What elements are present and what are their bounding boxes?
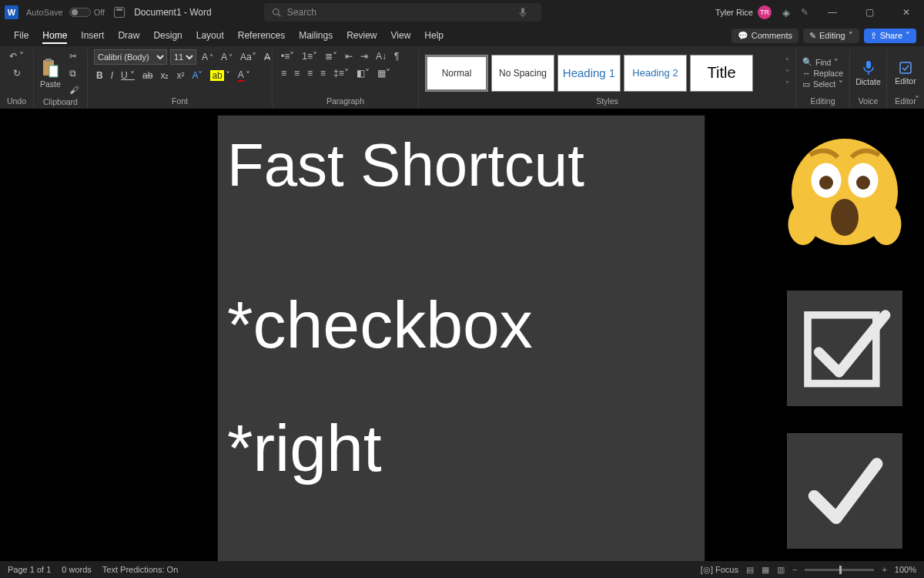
editor-button[interactable]: Editor bbox=[895, 61, 916, 86]
replace-button[interactable]: ↔ Replace bbox=[802, 69, 843, 78]
status-words[interactable]: 0 words bbox=[62, 565, 92, 574]
zoom-in-button[interactable]: + bbox=[882, 565, 886, 574]
group-clipboard-label: Clipboard bbox=[40, 97, 81, 108]
svg-rect-9 bbox=[900, 62, 911, 73]
styles-up-icon[interactable]: ˄ bbox=[785, 57, 789, 66]
zoom-level[interactable]: 100% bbox=[895, 565, 916, 574]
superscript-button[interactable]: x² bbox=[174, 69, 186, 82]
style-heading2[interactable]: Heading 2 bbox=[624, 55, 687, 92]
autosave-toggle[interactable]: Off bbox=[66, 8, 105, 17]
comments-button[interactable]: 💬 Comments bbox=[732, 29, 798, 43]
increase-indent-button[interactable]: ⇥ bbox=[358, 49, 370, 63]
highlight-button[interactable]: ab˅ bbox=[208, 69, 232, 82]
style-title[interactable]: Title bbox=[690, 55, 753, 92]
autosave-label: AutoSave bbox=[26, 8, 63, 17]
diamond-icon[interactable]: ◈ bbox=[782, 7, 790, 18]
scream-emoji-icon bbox=[787, 134, 902, 250]
svg-rect-2 bbox=[521, 8, 524, 14]
page[interactable]: Fast Shortcut *checkbox *right bbox=[218, 116, 705, 563]
menu-review[interactable]: Review bbox=[346, 27, 377, 44]
font-size-select[interactable]: 11 bbox=[170, 49, 196, 65]
doc-line-3: *right bbox=[227, 413, 695, 482]
editing-mode-button[interactable]: ✎ Editing ˅ bbox=[803, 29, 859, 43]
minimize-button[interactable]: — bbox=[819, 7, 845, 18]
svg-point-15 bbox=[831, 199, 859, 236]
multilevel-button[interactable]: ≣˅ bbox=[323, 49, 340, 63]
justify-button[interactable]: ≡ bbox=[318, 66, 328, 80]
font-color-button[interactable]: A˅ bbox=[236, 68, 253, 83]
menu-home[interactable]: Home bbox=[42, 27, 67, 44]
ribbon: ↶ ˅ ↻ Undo Paste ✂ ⧉ 🖌 Clipboard Calibri… bbox=[0, 46, 924, 109]
share-button[interactable]: ⇪ Share ˅ bbox=[864, 29, 916, 43]
group-undo-label: Undo bbox=[6, 96, 27, 107]
menu-help[interactable]: Help bbox=[424, 27, 444, 44]
find-button[interactable]: 🔍 Find ˅ bbox=[802, 57, 843, 67]
font-name-select[interactable]: Calibri (Body) bbox=[94, 49, 167, 65]
borders-button[interactable]: ▦˅ bbox=[375, 66, 393, 80]
strike-button[interactable]: ab bbox=[140, 69, 155, 82]
menu-mailings[interactable]: Mailings bbox=[299, 27, 333, 44]
grow-font-button[interactable]: A˄ bbox=[199, 50, 216, 64]
menu-view[interactable]: View bbox=[391, 27, 411, 44]
italic-button[interactable]: I bbox=[109, 69, 116, 82]
paste-button[interactable]: Paste bbox=[40, 58, 61, 89]
align-right-button[interactable]: ≡ bbox=[305, 66, 315, 80]
style-heading1[interactable]: Heading 1 bbox=[557, 55, 621, 92]
copy-button[interactable]: ⧉ bbox=[67, 66, 79, 80]
close-button[interactable]: ✕ bbox=[893, 7, 919, 18]
style-no-spacing[interactable]: No Spacing bbox=[491, 55, 554, 92]
cut-button[interactable]: ✂ bbox=[67, 49, 79, 63]
change-case-button[interactable]: Aa˅ bbox=[238, 50, 259, 64]
numbering-button[interactable]: 1≡˅ bbox=[300, 49, 320, 63]
sort-button[interactable]: A↓ bbox=[373, 49, 389, 63]
svg-point-13 bbox=[819, 176, 833, 190]
styles-more-icon[interactable]: ˅ bbox=[785, 80, 789, 89]
redo-button[interactable]: ↻ bbox=[11, 66, 23, 80]
undo-button[interactable]: ↶ ˅ bbox=[7, 49, 26, 63]
status-page[interactable]: Page 1 of 1 bbox=[8, 565, 51, 574]
read-mode-icon[interactable]: ▦ bbox=[762, 565, 769, 575]
menu-layout[interactable]: Layout bbox=[196, 27, 224, 44]
styles-down-icon[interactable]: ˅ bbox=[785, 69, 789, 77]
style-normal[interactable]: Normal bbox=[425, 55, 488, 92]
document-canvas[interactable]: Fast Shortcut *checkbox *right bbox=[0, 109, 924, 561]
subscript-button[interactable]: x₂ bbox=[158, 69, 171, 82]
account-button[interactable]: Tyler Rice TR bbox=[715, 5, 772, 19]
search-input[interactable]: Search bbox=[264, 3, 541, 22]
zoom-slider[interactable] bbox=[805, 569, 874, 571]
save-icon[interactable] bbox=[114, 7, 125, 18]
align-center-button[interactable]: ≡ bbox=[292, 66, 302, 80]
menu-draw[interactable]: Draw bbox=[118, 27, 139, 44]
menu-insert[interactable]: Insert bbox=[81, 27, 104, 44]
web-layout-icon[interactable]: ▥ bbox=[777, 565, 785, 575]
status-predictions[interactable]: Text Predictions: On bbox=[102, 565, 178, 574]
focus-mode-button[interactable]: [◎] Focus bbox=[701, 565, 738, 575]
checkmark-tile-icon bbox=[787, 433, 902, 549]
text-effects-button[interactable]: A˅ bbox=[189, 69, 205, 82]
print-layout-icon[interactable]: ▤ bbox=[746, 565, 754, 575]
dictate-button[interactable]: Dictate bbox=[855, 60, 881, 86]
bullets-button[interactable]: •≡˅ bbox=[279, 49, 296, 63]
shading-button[interactable]: ◧˅ bbox=[354, 66, 372, 80]
format-painter-button[interactable]: 🖌 bbox=[67, 83, 81, 97]
menu-references[interactable]: References bbox=[238, 27, 285, 44]
decrease-indent-button[interactable]: ⇤ bbox=[343, 49, 355, 63]
align-left-button[interactable]: ≡ bbox=[279, 66, 289, 80]
collapse-ribbon-button[interactable]: ˅ bbox=[915, 95, 919, 106]
select-button[interactable]: ▭ Select ˅ bbox=[802, 79, 843, 89]
zoom-out-button[interactable]: − bbox=[792, 565, 797, 574]
shrink-font-button[interactable]: A˅ bbox=[219, 50, 235, 64]
mic-icon[interactable] bbox=[518, 7, 527, 18]
search-placeholder: Search bbox=[287, 7, 316, 18]
show-marks-button[interactable]: ¶ bbox=[392, 49, 401, 63]
menu-file[interactable]: File bbox=[14, 27, 28, 44]
clear-format-button[interactable]: A̶ bbox=[262, 50, 273, 64]
bold-button[interactable]: B bbox=[94, 69, 105, 82]
styles-gallery[interactable]: Normal No Spacing Heading 1 Heading 2 Ti… bbox=[425, 55, 753, 92]
mic-icon bbox=[862, 60, 875, 76]
underline-button[interactable]: U ˅ bbox=[119, 69, 137, 82]
menu-design[interactable]: Design bbox=[153, 27, 182, 44]
coming-soon-icon[interactable]: ✎ bbox=[801, 7, 808, 18]
line-spacing-button[interactable]: ‡≡˅ bbox=[331, 66, 351, 80]
maximize-button[interactable]: ▢ bbox=[856, 7, 882, 18]
